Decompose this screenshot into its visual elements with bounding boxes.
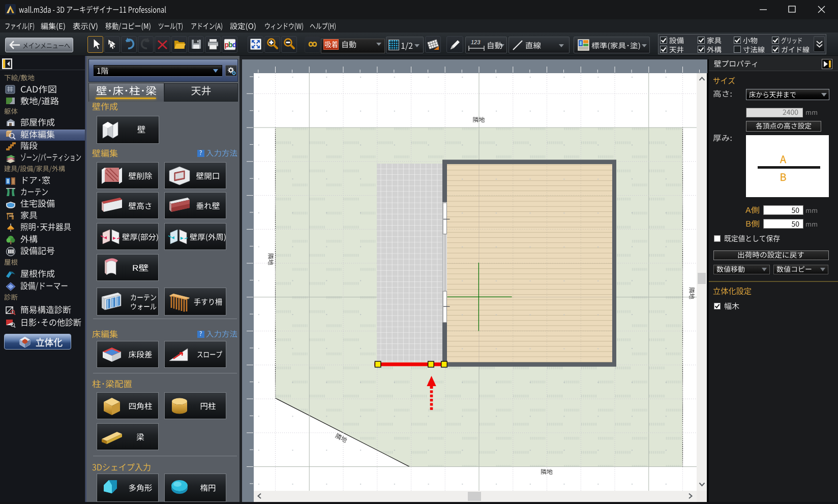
svg-text:pbd: pbd (225, 41, 236, 49)
svg-text:123: 123 (471, 39, 481, 45)
